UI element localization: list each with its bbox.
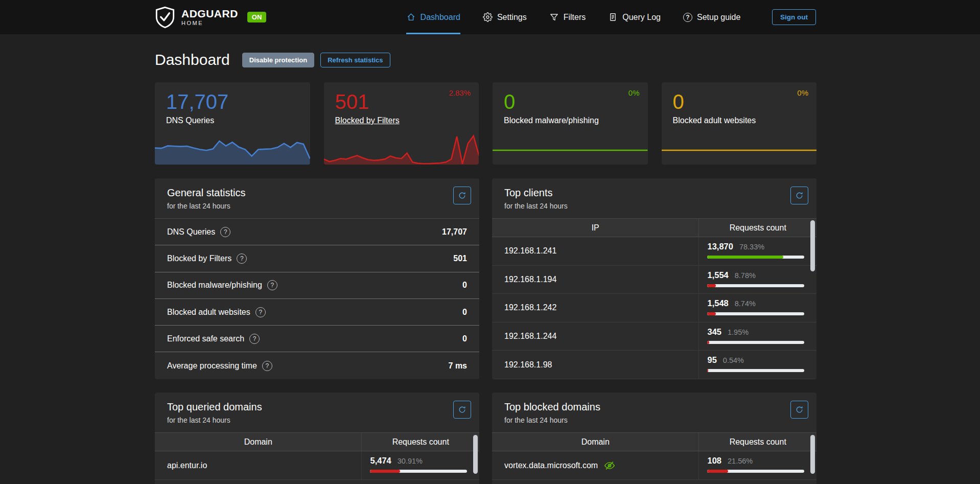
help-icon: ? bbox=[683, 13, 692, 22]
panel-title: Top queried domains bbox=[167, 401, 467, 413]
stat-value: 501 bbox=[324, 82, 479, 113]
top-queried-domains-panel: Top queried domains for the last 24 hour… bbox=[155, 393, 479, 484]
refresh-button[interactable] bbox=[453, 187, 471, 204]
nav-item-setup-guide[interactable]: ? Setup guide bbox=[683, 0, 740, 34]
requests-count: 13,870 bbox=[707, 242, 733, 251]
top-blocked-domains-panel: Top blocked domains for the last 24 hour… bbox=[492, 393, 816, 484]
stat-value: 17,707 bbox=[155, 82, 310, 113]
stat-value: 0 bbox=[462, 334, 467, 343]
top-queried-domains-table: api.entur.io5,47430.91% bbox=[155, 451, 479, 480]
table-row: api.entur.io5,47430.91% bbox=[155, 451, 479, 480]
requests-percent: 8.78% bbox=[735, 271, 756, 280]
refresh-icon bbox=[795, 191, 804, 200]
scrollbar[interactable] bbox=[810, 433, 815, 484]
table-row: 192.168.1.2421,5488.74% bbox=[492, 294, 816, 322]
main-nav: Dashboard Settings Filters Query Log ? S… bbox=[375, 0, 772, 34]
progress-bar bbox=[370, 470, 467, 473]
scrollbar-thumb[interactable] bbox=[810, 435, 815, 474]
top-clients-table: 192.168.1.24113,87078.33%192.168.1.1941,… bbox=[492, 237, 816, 379]
nav-label: Settings bbox=[497, 13, 527, 22]
sign-out-button[interactable]: Sign out bbox=[772, 9, 816, 25]
client-ip: 192.168.1.244 bbox=[504, 332, 556, 341]
blocked-filters-sparkline bbox=[324, 133, 479, 165]
table-row: vortex.data.microsoft.com10821.56% bbox=[492, 451, 816, 480]
blocked-adult-sparkline bbox=[662, 133, 817, 165]
stat-value: 7 ms bbox=[449, 361, 467, 371]
gear-icon bbox=[483, 12, 493, 22]
column-header-domain: Domain bbox=[492, 433, 698, 451]
stat-label: Blocked malware/phishing bbox=[493, 113, 648, 125]
stat-percent: 0% bbox=[628, 88, 640, 97]
table-row: 192.168.1.24113,87078.33% bbox=[492, 237, 816, 266]
panel-subtitle: for the last 24 hours bbox=[167, 416, 467, 424]
nav-item-filters[interactable]: Filters bbox=[549, 0, 586, 34]
scrollbar-thumb[interactable] bbox=[810, 220, 815, 271]
help-icon[interactable]: ? bbox=[237, 253, 247, 264]
panel-title: Top clients bbox=[504, 187, 804, 199]
progress-bar bbox=[707, 341, 804, 344]
stat-value: 0 bbox=[662, 82, 817, 113]
requests-count: 1,554 bbox=[707, 270, 728, 280]
help-icon[interactable]: ? bbox=[220, 227, 230, 237]
general-statistics-row: Enforced safe search?0 bbox=[155, 326, 479, 352]
stat-cards-row: 17,707 DNS Queries 2.83% 501 Blocked by … bbox=[155, 82, 816, 165]
brand: ADGUARD HOME ON bbox=[155, 0, 375, 34]
column-header-ip: IP bbox=[492, 219, 698, 237]
refresh-button[interactable] bbox=[453, 401, 471, 419]
column-header-requests: Requests count bbox=[698, 433, 816, 451]
requests-percent: 1.95% bbox=[728, 328, 749, 336]
requests-percent: 0.54% bbox=[723, 356, 744, 364]
progress-bar bbox=[707, 369, 804, 372]
scrollbar-thumb[interactable] bbox=[473, 435, 478, 474]
eye-off-icon[interactable] bbox=[604, 460, 615, 471]
page-title: Dashboard bbox=[155, 51, 230, 68]
adguard-logo-icon bbox=[155, 6, 175, 29]
progress-bar bbox=[707, 470, 804, 473]
document-icon bbox=[608, 12, 618, 22]
stat-value: 0 bbox=[462, 308, 467, 317]
stat-value: 0 bbox=[493, 82, 648, 113]
general-statistics-row: Average processing time?7 ms bbox=[155, 352, 479, 379]
client-ip: 192.168.1.98 bbox=[504, 360, 552, 370]
stat-label: Blocked by Filters bbox=[167, 254, 231, 263]
stat-value: 17,707 bbox=[442, 227, 467, 237]
stat-card-dns-queries: 17,707 DNS Queries bbox=[155, 82, 310, 165]
refresh-icon bbox=[458, 191, 466, 200]
help-icon[interactable]: ? bbox=[255, 307, 266, 317]
help-icon[interactable]: ? bbox=[267, 280, 277, 290]
panel-title: Top blocked domains bbox=[504, 401, 804, 413]
table-header: Domain Requests count bbox=[492, 433, 816, 451]
nav-item-settings[interactable]: Settings bbox=[483, 0, 527, 34]
nav-item-query-log[interactable]: Query Log bbox=[608, 0, 661, 34]
column-header-requests: Requests count bbox=[698, 219, 816, 237]
help-icon[interactable]: ? bbox=[262, 361, 272, 371]
requests-percent: 30.91% bbox=[398, 457, 423, 465]
panel-title: General statistics bbox=[167, 187, 467, 199]
domain-name: vortex.data.microsoft.com bbox=[504, 461, 598, 470]
stat-card-blocked-malware: 0% 0 Blocked malware/phishing bbox=[493, 82, 648, 165]
scrollbar[interactable] bbox=[810, 219, 815, 377]
stat-percent: 0% bbox=[797, 88, 808, 97]
general-statistics-row: Blocked malware/phishing?0 bbox=[155, 272, 479, 299]
requests-count: 108 bbox=[707, 456, 721, 466]
help-icon[interactable]: ? bbox=[249, 334, 260, 344]
client-ip: 192.168.1.241 bbox=[504, 246, 556, 256]
stat-card-blocked-filters: 2.83% 501 Blocked by Filters bbox=[324, 82, 479, 165]
general-statistics-row: Blocked adult websites?0 bbox=[155, 299, 479, 326]
requests-percent: 21.56% bbox=[728, 457, 753, 465]
blocked-by-filters-link[interactable]: Blocked by Filters bbox=[335, 116, 400, 125]
general-statistics-list: DNS Queries?17,707Blocked by Filters?501… bbox=[155, 219, 479, 379]
refresh-button[interactable] bbox=[790, 401, 808, 419]
stat-label: Average processing time bbox=[167, 361, 257, 371]
blocked-malware-sparkline bbox=[493, 133, 648, 165]
scrollbar[interactable] bbox=[473, 433, 478, 484]
requests-percent: 8.74% bbox=[735, 299, 756, 308]
refresh-button[interactable] bbox=[790, 187, 808, 204]
client-ip: 192.168.1.242 bbox=[504, 303, 556, 312]
nav-label: Dashboard bbox=[421, 13, 460, 22]
nav-item-dashboard[interactable]: Dashboard bbox=[406, 0, 460, 34]
nav-label: Filters bbox=[564, 13, 586, 22]
refresh-statistics-button[interactable]: Refresh statistics bbox=[320, 53, 390, 67]
panel-subtitle: for the last 24 hours bbox=[504, 416, 804, 424]
disable-protection-button[interactable]: Disable protection bbox=[242, 53, 314, 67]
